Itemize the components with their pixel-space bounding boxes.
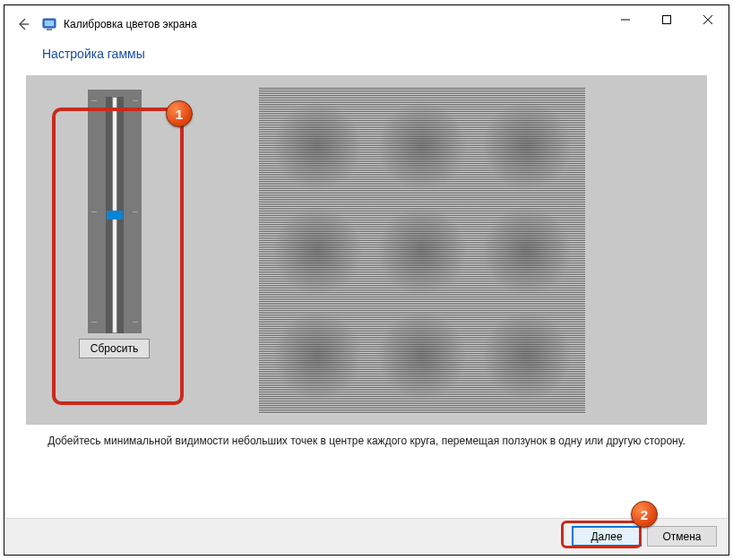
gamma-pattern bbox=[259, 88, 585, 414]
slider-track bbox=[106, 97, 124, 333]
window-frame: Калибровка цветов экрана Настройка гаммы bbox=[4, 4, 729, 556]
back-button[interactable] bbox=[12, 13, 35, 36]
slider-thumb[interactable] bbox=[107, 211, 123, 220]
content-area: Настройка гаммы Сбросить bbox=[4, 47, 729, 454]
footer-bar: Далее Отмена bbox=[5, 518, 728, 554]
titlebar: Калибровка цветов экрана bbox=[4, 5, 729, 43]
pattern-dot bbox=[273, 207, 361, 295]
svg-rect-3 bbox=[663, 16, 671, 24]
pattern-dot bbox=[273, 312, 361, 400]
pattern-dot bbox=[273, 102, 361, 190]
close-button[interactable] bbox=[687, 5, 729, 34]
minimize-button[interactable] bbox=[605, 5, 646, 34]
window-controls bbox=[605, 5, 729, 34]
gamma-slider-area: Сбросить bbox=[64, 90, 165, 358]
tick-bot-left bbox=[91, 322, 97, 323]
calibration-panel: Сбросить bbox=[26, 75, 707, 425]
tick-top-left bbox=[91, 100, 97, 101]
slider-rail bbox=[112, 97, 117, 333]
maximize-icon bbox=[662, 15, 671, 24]
cancel-button[interactable]: Отмена bbox=[647, 526, 717, 547]
window-title: Калибровка цветов экрана bbox=[64, 18, 197, 30]
instruction-text: Добейтесь минимальной видимости небольши… bbox=[26, 425, 707, 454]
reset-button[interactable]: Сбросить bbox=[79, 339, 150, 358]
tick-mid-right bbox=[133, 211, 138, 212]
gamma-slider[interactable] bbox=[88, 90, 142, 333]
pattern-dot bbox=[483, 312, 571, 400]
close-icon bbox=[703, 15, 712, 24]
svg-rect-2 bbox=[47, 29, 52, 30]
tick-bot-right bbox=[133, 322, 138, 323]
tick-mid-left bbox=[91, 211, 97, 212]
arrow-left-icon bbox=[16, 17, 30, 31]
page-heading: Настройка гаммы bbox=[42, 47, 707, 61]
maximize-button[interactable] bbox=[646, 5, 687, 34]
pattern-dot bbox=[378, 207, 466, 295]
monitor-icon bbox=[42, 17, 56, 31]
pattern-dot bbox=[483, 102, 571, 190]
minimize-icon bbox=[621, 15, 630, 24]
pattern-dot bbox=[483, 207, 571, 295]
pattern-dot bbox=[378, 102, 466, 190]
pattern-dot bbox=[378, 312, 466, 400]
next-button[interactable]: Далее bbox=[572, 526, 642, 547]
tick-top-right bbox=[133, 100, 138, 101]
svg-rect-1 bbox=[45, 21, 54, 26]
